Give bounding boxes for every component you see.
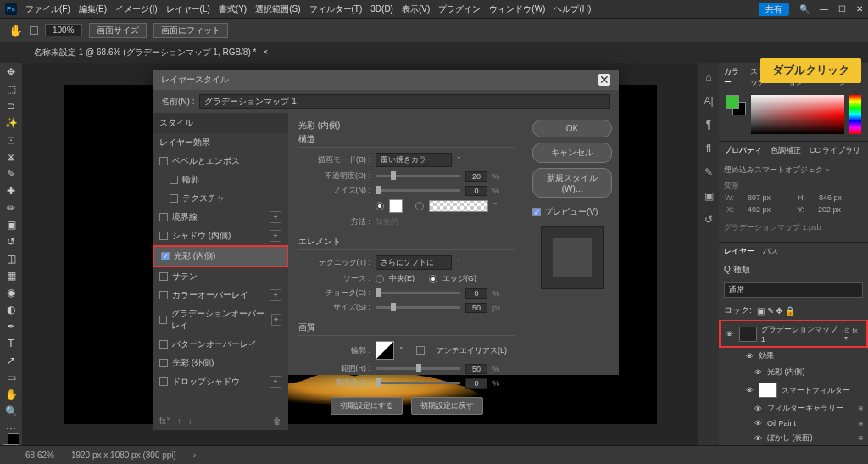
make-default-button[interactable]: 初期設定にする xyxy=(331,397,403,415)
range-value[interactable]: 50 xyxy=(465,364,487,374)
style-bevel[interactable]: ベベルとエンボス xyxy=(153,152,288,171)
edit-toolbar-icon[interactable]: ⋯ xyxy=(3,422,19,434)
source-edge-radio[interactable] xyxy=(429,275,437,283)
tab-layers[interactable]: レイヤー xyxy=(724,246,754,257)
style-blending-options[interactable]: レイヤー効果 xyxy=(153,133,288,152)
contour-picker[interactable] xyxy=(376,341,394,360)
visibility-icon[interactable]: 👁 xyxy=(753,434,763,443)
style-texture[interactable]: テクスチャ xyxy=(153,189,288,208)
status-dims[interactable]: 1920 px x 1080 px (300 ppi) xyxy=(71,450,176,460)
hue-slider[interactable] xyxy=(849,95,861,134)
blur-tool-icon[interactable]: ◉ xyxy=(3,287,19,299)
status-zoom[interactable]: 68.62% xyxy=(25,450,54,460)
add-icon[interactable]: + xyxy=(271,314,281,326)
noise-slider[interactable] xyxy=(376,189,460,192)
menu-3d[interactable]: 3D(D) xyxy=(370,4,393,14)
menu-select[interactable]: 選択範囲(S) xyxy=(255,3,300,15)
hand-tool-icon[interactable]: ✋ xyxy=(3,389,19,400)
path-tool-icon[interactable]: ↗ xyxy=(3,355,19,366)
tab-close-icon[interactable]: × xyxy=(263,48,268,57)
noise-value[interactable]: 0 xyxy=(465,186,487,196)
style-outer-glow[interactable]: 光彩 (外側) xyxy=(153,354,288,372)
ok-button[interactable]: OK xyxy=(532,120,612,137)
tab-brush-icon[interactable]: ✎ xyxy=(704,166,713,178)
menu-edit[interactable]: 編集(E) xyxy=(79,3,107,15)
zoom-value[interactable]: 100% xyxy=(45,24,82,36)
menu-file[interactable]: ファイル(F) xyxy=(25,3,70,15)
choke-slider[interactable] xyxy=(376,292,460,294)
style-pattern-overlay[interactable]: パターンオーバーレイ xyxy=(153,335,288,354)
tab-home-icon[interactable]: ⌂ xyxy=(705,71,711,83)
eyedropper-tool-icon[interactable]: ✎ xyxy=(3,168,19,180)
gradient-preview[interactable] xyxy=(429,200,488,212)
antialias-checkbox[interactable] xyxy=(416,346,425,355)
menu-help[interactable]: ヘルプ(H) xyxy=(554,3,591,15)
size-slider[interactable] xyxy=(376,306,460,309)
dialog-titlebar[interactable]: レイヤースタイル ✕ xyxy=(153,70,619,90)
opacity-value[interactable]: 20 xyxy=(465,171,487,182)
menu-image[interactable]: イメージ(I) xyxy=(115,3,157,15)
name-input[interactable] xyxy=(199,94,610,109)
cancel-button[interactable]: キャンセル xyxy=(532,143,612,163)
jitter-slider[interactable] xyxy=(376,382,460,384)
stamp-tool-icon[interactable]: ▣ xyxy=(3,219,19,231)
blend-mode-select[interactable]: 通常 xyxy=(724,282,863,298)
range-slider[interactable] xyxy=(376,367,460,370)
fit-screen-button[interactable]: 画面サイズ xyxy=(89,23,147,38)
visibility-icon[interactable]: 👁 xyxy=(725,330,735,338)
opacity-slider[interactable] xyxy=(376,175,460,177)
visibility-icon[interactable]: 👁 xyxy=(753,368,763,377)
shape-tool-icon[interactable]: ▭ xyxy=(3,372,19,383)
color-radio[interactable] xyxy=(376,202,384,210)
lock-icons[interactable]: ▣ ✎ ✥ 🔒 xyxy=(757,306,795,316)
style-inner-shadow[interactable]: シャドウ (内側)+ xyxy=(153,226,288,245)
gradient-radio[interactable] xyxy=(415,202,424,210)
choke-value[interactable]: 0 xyxy=(465,288,487,299)
add-icon[interactable]: + xyxy=(270,230,281,242)
tab-history-icon[interactable]: ↺ xyxy=(704,214,713,226)
layer-row-inner-glow[interactable]: 👁 光彩 (内側) xyxy=(719,364,868,380)
tab-properties[interactable]: プロパティ xyxy=(724,145,762,156)
tab-glyph-icon[interactable]: fl xyxy=(706,143,711,154)
down-icon[interactable]: ↓ xyxy=(188,416,192,426)
menu-type[interactable]: 書式(Y) xyxy=(219,3,247,15)
window-minimize-icon[interactable]: — xyxy=(820,4,828,14)
wand-tool-icon[interactable]: ✨ xyxy=(3,117,19,129)
tab-paragraph-icon[interactable]: ¶ xyxy=(706,119,711,131)
lasso-tool-icon[interactable]: ⊃ xyxy=(3,100,19,112)
prop-y[interactable]: 202 px xyxy=(818,205,841,214)
tab-text-icon[interactable]: A| xyxy=(704,95,713,107)
color-swatch[interactable] xyxy=(726,95,746,115)
tab-adjustments[interactable]: 色調補正 xyxy=(771,145,801,156)
heal-tool-icon[interactable]: ✚ xyxy=(3,185,19,197)
gradient-tool-icon[interactable]: ▦ xyxy=(3,270,19,282)
add-icon[interactable]: + xyxy=(270,376,281,388)
menu-plugins[interactable]: プラグイン xyxy=(438,3,481,15)
menu-layer[interactable]: レイヤー(L) xyxy=(166,3,210,15)
search-icon[interactable]: 🔍 xyxy=(799,4,810,14)
window-maximize-icon[interactable]: ☐ xyxy=(838,4,846,14)
reset-default-button[interactable]: 初期設定に戻す xyxy=(411,397,483,415)
new-style-button[interactable]: 新規スタイル(W)... xyxy=(532,168,612,198)
filter-settings-icon[interactable]: ≋ xyxy=(858,420,864,428)
size-value[interactable]: 50 xyxy=(465,303,487,313)
add-icon[interactable]: + xyxy=(270,289,281,301)
dodge-tool-icon[interactable]: ◐ xyxy=(3,304,19,316)
share-button[interactable]: 共有 xyxy=(759,3,789,16)
trash-icon[interactable]: 🗑 xyxy=(273,416,281,426)
fx-icon[interactable]: fx˅ xyxy=(159,416,170,426)
preview-checkbox[interactable]: ✓ xyxy=(532,208,541,216)
prop-h[interactable]: 846 px xyxy=(819,193,842,202)
filter-settings-icon[interactable]: ≋ xyxy=(858,434,864,442)
menu-window[interactable]: ウィンドウ(W) xyxy=(489,3,545,15)
scroll-all-checkbox[interactable] xyxy=(30,26,38,35)
visibility-icon[interactable]: 👁 xyxy=(744,352,754,361)
history-brush-tool-icon[interactable]: ↺ xyxy=(3,236,19,248)
source-center-radio[interactable] xyxy=(376,275,384,283)
visibility-icon[interactable]: 👁 xyxy=(744,386,754,394)
color-picker[interactable] xyxy=(751,95,844,134)
marquee-tool-icon[interactable]: ⬚ xyxy=(3,83,19,95)
status-caret-icon[interactable]: › xyxy=(193,450,196,460)
prop-w[interactable]: 807 px xyxy=(748,193,771,202)
style-stroke[interactable]: 境界線+ xyxy=(153,208,288,226)
